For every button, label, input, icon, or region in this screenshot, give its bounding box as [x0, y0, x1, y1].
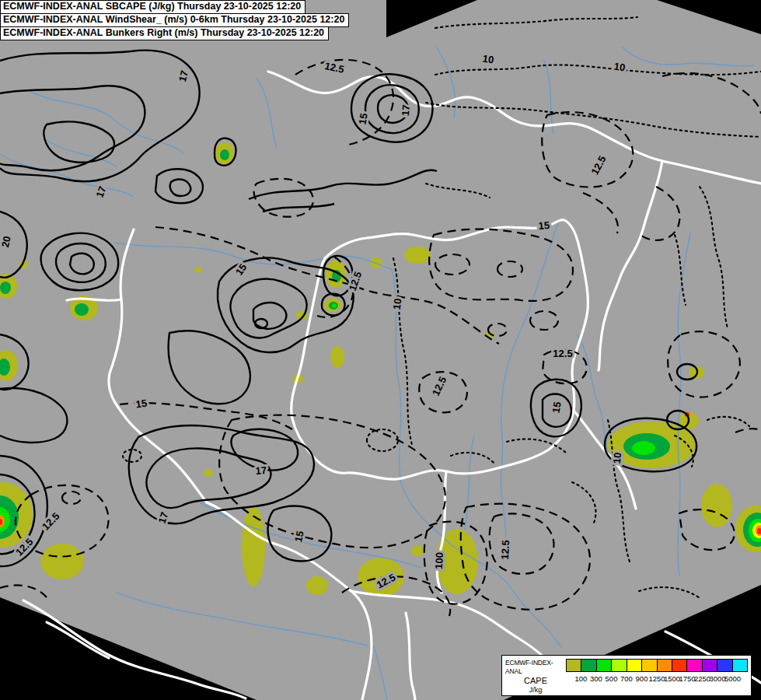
legend-parameter: CAPE: [524, 676, 547, 686]
legend-tick: 5000: [724, 674, 741, 683]
legend-swatch: [657, 660, 672, 671]
legend-swatch: [596, 660, 611, 671]
contour-label: 10: [391, 298, 404, 310]
legend-swatch: [702, 660, 717, 671]
legend-tick: 100: [575, 674, 588, 683]
map-title-bars: ECMWF-INDEX-ANAL SBCAPE (J/kg) Thursday …: [0, 0, 349, 40]
legend-text: ECMWF-INDEX-ANAL CAPE J/kg: [505, 658, 566, 694]
contour-label: 17: [400, 104, 412, 117]
legend-units: J/kg: [529, 686, 543, 695]
cape-legend: ECMWF-INDEX-ANAL CAPE J/kg 1003005007009…: [501, 655, 752, 696]
contour-label: 15: [135, 397, 148, 411]
title-windshear: ECMWF-INDEX-ANAL WindShear_ (m/s) 0-6km …: [0, 13, 349, 27]
legend-tick-values: 100300500700900125015001750225030005000: [566, 672, 748, 683]
legend-tick: 1750: [679, 674, 695, 683]
contour-label: 15: [292, 530, 306, 543]
legend-swatch: [611, 660, 626, 671]
legend-tick: 900: [636, 674, 648, 683]
legend-tick: 300: [590, 674, 602, 683]
contour-label: 20: [0, 235, 13, 248]
contour-label: 10: [482, 53, 494, 66]
legend-swatch: [672, 660, 686, 671]
legend-tick: 2250: [694, 674, 710, 683]
weather-map: 1712.51517101012.520171512.5101512.51512…: [0, 0, 761, 700]
contour-label: 15: [538, 219, 550, 232]
legend-swatch: [732, 660, 747, 671]
legend-tick: 1500: [664, 674, 680, 683]
legend-swatch: [686, 660, 701, 671]
legend-tick: 3000: [709, 674, 725, 683]
legend-swatch: [627, 660, 641, 671]
legend-color-bar: [566, 659, 748, 672]
title-bunkers-right: ECMWF-INDEX-ANAL Bunkers Right (m/s) Thu…: [0, 26, 329, 40]
contour-label: 12.5: [553, 348, 572, 359]
legend-tick: 500: [606, 674, 618, 683]
legend-tick: 1250: [648, 674, 665, 683]
legend-swatch: [581, 660, 595, 671]
contour-label: 10: [613, 61, 626, 74]
legend-swatch: [641, 660, 656, 671]
contour-label: 100: [433, 552, 445, 569]
legend-title: ECMWF-INDEX-ANAL: [505, 659, 566, 676]
contour-label: 17: [255, 464, 267, 477]
contour-label: 12.5: [499, 540, 511, 560]
weather-map-panel: 1712.51517101012.520171512.5101512.51512…: [0, 0, 761, 700]
title-sbcape: ECMWF-INDEX-ANAL SBCAPE (J/kg) Thursday …: [0, 0, 305, 14]
contour-label: 15: [356, 112, 369, 125]
contour-label: 10: [611, 452, 623, 464]
legend-tick: 700: [620, 674, 633, 683]
legend-swatch: [567, 660, 581, 671]
legend-swatch: [717, 660, 731, 671]
contour-label: 15: [550, 401, 563, 414]
legend-scale: 100300500700900125015001750225030005000: [566, 658, 748, 694]
